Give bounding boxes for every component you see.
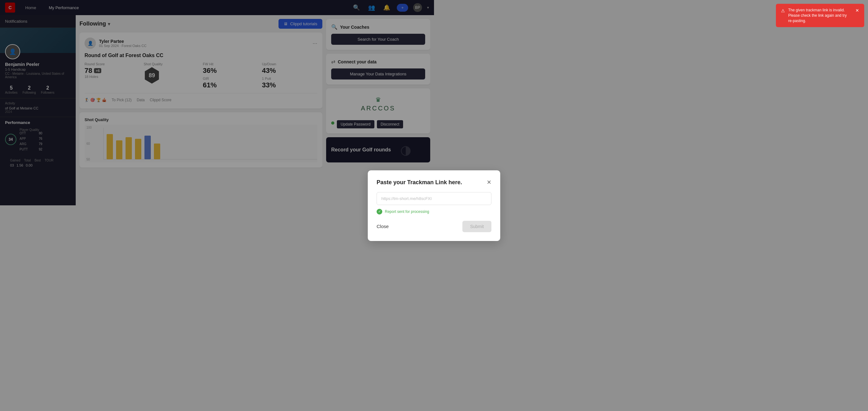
modal-title: Paste your Trackman Link here.: [377, 179, 434, 186]
modal-overlay[interactable]: Paste your Trackman Link here. ✕ ✓ Repor…: [0, 0, 434, 205]
trackman-link-input[interactable]: [377, 192, 434, 205]
trackman-modal: Paste your Trackman Link here. ✕ ✓ Repor…: [368, 170, 434, 205]
modal-header: Paste your Trackman Link here. ✕: [377, 179, 434, 186]
